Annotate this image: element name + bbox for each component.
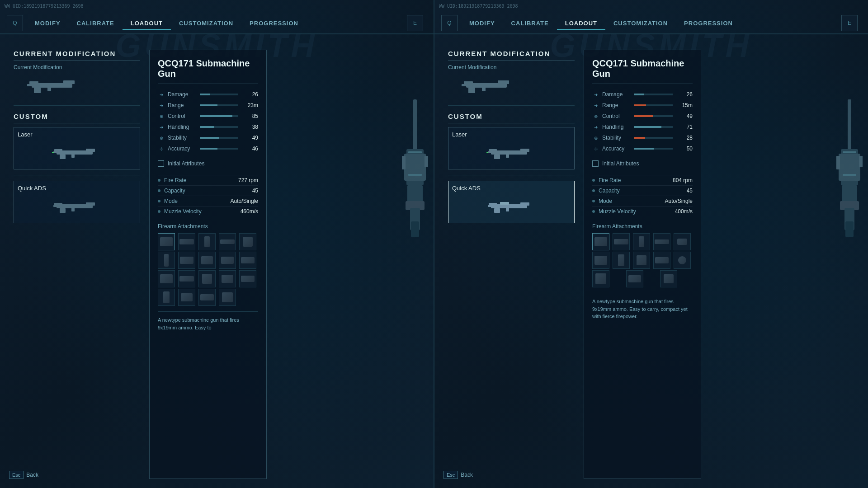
nav-bar-right: Q MODIFY CALIBRATE LOADOUT CUSTOMIZATION…: [434, 13, 868, 34]
attachment-laser-left[interactable]: Laser: [14, 127, 140, 169]
separator-1-left: [14, 105, 140, 106]
description-right: A newtype submachine gun that fires 9x19…: [592, 293, 693, 320]
att-cell-18-left[interactable]: [198, 289, 216, 306]
svg-rect-2: [34, 88, 41, 93]
att-cell-9-left[interactable]: [219, 252, 236, 269]
att-cell-4-right[interactable]: [653, 233, 670, 250]
att-cell-10-right[interactable]: [674, 252, 691, 269]
att-cell-14-left[interactable]: [219, 270, 236, 287]
nav-calibrate-right[interactable]: CALIBRATE: [503, 17, 557, 30]
initial-attrs-right[interactable]: Initial Attributes: [592, 158, 693, 169]
stat-accuracy-right: ⊹ Accuracy 50: [592, 145, 693, 152]
nav-icon-e-right[interactable]: E: [841, 15, 858, 31]
att-cell-5-right[interactable]: [674, 233, 691, 250]
att-cell-11-right[interactable]: [592, 270, 609, 287]
attachments-grid-row1-right: [592, 233, 693, 250]
stat-bar-fill-range-left: [200, 104, 217, 106]
nav-progression-left[interactable]: PROGRESSION: [241, 17, 307, 30]
current-mod-label-left: Current Modification: [14, 64, 140, 70]
att-cell-4-left[interactable]: [219, 233, 236, 250]
nav-customization-right[interactable]: CUSTOMIZATION: [605, 17, 676, 30]
stat-icon-accuracy-right: ⊹: [592, 145, 599, 152]
stat-name-accuracy-right: Accuracy: [602, 145, 632, 152]
svg-point-6: [70, 81, 73, 84]
quickads-weapon-svg-left: [50, 198, 104, 216]
attachment-quickads-right[interactable]: Quick ADS: [448, 181, 575, 223]
nav-loadout-left[interactable]: LOADOUT: [123, 17, 171, 30]
att-cell-1-right[interactable]: [592, 233, 609, 250]
att-cell-12-left[interactable]: [178, 270, 195, 287]
nav-customization-left[interactable]: CUSTOMIZATION: [171, 17, 241, 30]
left-section-left: CURRENT MODIFICATION Current Modificatio…: [14, 50, 140, 479]
nav-modify-right[interactable]: MODIFY: [461, 17, 503, 30]
laser-weapon-svg-right: [484, 144, 538, 162]
nav-modify-left[interactable]: MODIFY: [27, 17, 69, 30]
stat-name-handling-left: Handling: [168, 124, 197, 130]
svg-rect-35: [462, 84, 467, 86]
att-cell-8-right[interactable]: [633, 252, 650, 269]
custom-title-left: CUSTOM: [14, 113, 140, 123]
custom-title-right: CUSTOM: [448, 113, 575, 123]
attachments-title-left: Firearm Attachments: [158, 223, 258, 230]
att-cell-7-left[interactable]: [178, 252, 195, 269]
attachments-grid-row3-left: [158, 270, 258, 287]
att-cell-7-right[interactable]: [613, 252, 630, 269]
attachment-quickads-left[interactable]: Quick ADS: [14, 181, 140, 223]
bottom-bar-right: Esc Back: [443, 471, 473, 479]
att-cell-3-left[interactable]: [198, 233, 216, 250]
svg-rect-1: [29, 81, 38, 84]
stat-range-right: ➜ Range 15m: [592, 102, 693, 109]
back-key-right[interactable]: Esc: [443, 471, 458, 479]
svg-rect-5: [47, 85, 51, 91]
nav-calibrate-left[interactable]: CALIBRATE: [69, 17, 123, 30]
att-cell-15-left[interactable]: [239, 270, 256, 287]
attachment-laser-right[interactable]: Laser: [448, 127, 575, 169]
att-cell-5-left[interactable]: [239, 233, 256, 250]
stat-icon-stability-left: ⊛: [158, 134, 165, 141]
svg-rect-30: [408, 174, 422, 176]
laser-weapon-preview-left: [18, 141, 136, 165]
att-cell-12-right[interactable]: [626, 270, 643, 287]
stat-bar-stability-right: [634, 137, 673, 139]
bullet-mode-right: [592, 200, 595, 202]
stat-icon-handling-left: ➜: [158, 123, 165, 131]
stat-control-right: ⊕ Control 49: [592, 113, 693, 120]
weapon-3d-render-right: [823, 86, 868, 259]
detail-value-capacity-right: 45: [687, 188, 693, 194]
svg-rect-27: [402, 156, 406, 169]
initial-attrs-checkbox-right[interactable]: [592, 160, 599, 167]
nav-icon-q-right[interactable]: Q: [441, 15, 458, 31]
quickads-weapon-preview-left: [18, 194, 136, 219]
att-cell-2-left[interactable]: [178, 233, 195, 250]
att-cell-10-left[interactable]: [239, 252, 256, 269]
att-cell-2-right[interactable]: [613, 233, 630, 250]
att-cell-1-left[interactable]: [158, 233, 175, 250]
nav-icon-e-left[interactable]: E: [407, 15, 423, 31]
back-label-right: Back: [461, 472, 473, 478]
nav-loadout-right[interactable]: LOADOUT: [557, 17, 605, 30]
initial-attrs-left[interactable]: Initial Attributes: [158, 158, 258, 169]
att-cell-9-right[interactable]: [653, 252, 670, 269]
back-key-left[interactable]: Esc: [9, 471, 24, 479]
att-cell-8-left[interactable]: [198, 252, 216, 269]
svg-rect-60: [859, 156, 863, 167]
att-cell-6-right[interactable]: [592, 252, 609, 269]
detail-capacity-right: Capacity 45: [592, 185, 693, 196]
content-left: CURRENT MODIFICATION Current Modificatio…: [0, 41, 434, 488]
att-cell-3-right[interactable]: [633, 233, 650, 250]
stat-icon-damage-left: ➜: [158, 91, 165, 98]
initial-attrs-checkbox-left[interactable]: [158, 160, 164, 167]
att-cell-6-left[interactable]: [158, 252, 175, 269]
nav-icon-q-left[interactable]: Q: [7, 15, 23, 31]
nav-progression-right[interactable]: PROGRESSION: [676, 17, 741, 30]
att-cell-13-right[interactable]: [660, 270, 677, 287]
laser-label-left: Laser: [18, 131, 136, 138]
att-cell-16-left[interactable]: [158, 289, 175, 306]
att-cell-11-left[interactable]: [158, 270, 175, 287]
svg-rect-34: [498, 80, 509, 84]
svg-rect-59: [836, 156, 840, 169]
att-cell-13-left[interactable]: [198, 270, 216, 287]
att-cell-19-left[interactable]: [219, 289, 236, 306]
att-cell-17-left[interactable]: [178, 289, 195, 306]
svg-rect-44: [486, 152, 488, 153]
